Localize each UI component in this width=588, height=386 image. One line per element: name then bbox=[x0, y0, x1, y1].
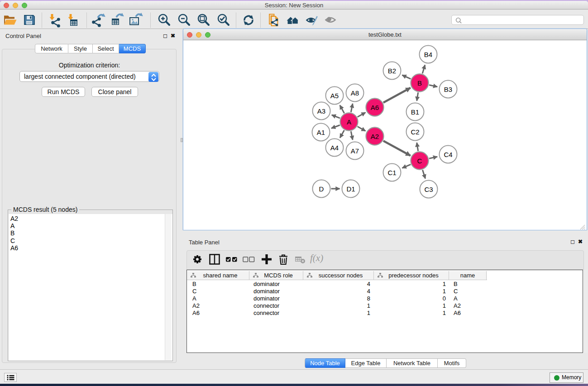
svg-text:D1: D1 bbox=[346, 185, 355, 193]
svg-text:C1: C1 bbox=[387, 169, 396, 176]
svg-text:C2: C2 bbox=[411, 128, 419, 136]
svg-text:B4: B4 bbox=[424, 51, 432, 58]
svg-text:D: D bbox=[319, 185, 324, 193]
svg-text:A6: A6 bbox=[371, 104, 379, 111]
svg-text:A4: A4 bbox=[330, 144, 339, 152]
svg-text:f(x): f(x) bbox=[310, 253, 323, 263]
svg-text:B: B bbox=[417, 79, 422, 87]
svg-text:B2: B2 bbox=[388, 67, 396, 75]
svg-text:B3: B3 bbox=[444, 86, 452, 93]
svg-text:A: A bbox=[347, 118, 351, 126]
svg-text:A5: A5 bbox=[330, 92, 339, 100]
svg-text:A7: A7 bbox=[351, 147, 359, 155]
svg-text:C3: C3 bbox=[424, 186, 433, 193]
svg-text:A3: A3 bbox=[317, 107, 325, 115]
svg-text:C: C bbox=[417, 157, 422, 165]
svg-text:C4: C4 bbox=[444, 151, 452, 158]
svg-text:A8: A8 bbox=[351, 89, 359, 97]
svg-text:B1: B1 bbox=[411, 108, 419, 116]
svg-text:A2: A2 bbox=[371, 133, 379, 140]
svg-text:A1: A1 bbox=[317, 129, 325, 136]
